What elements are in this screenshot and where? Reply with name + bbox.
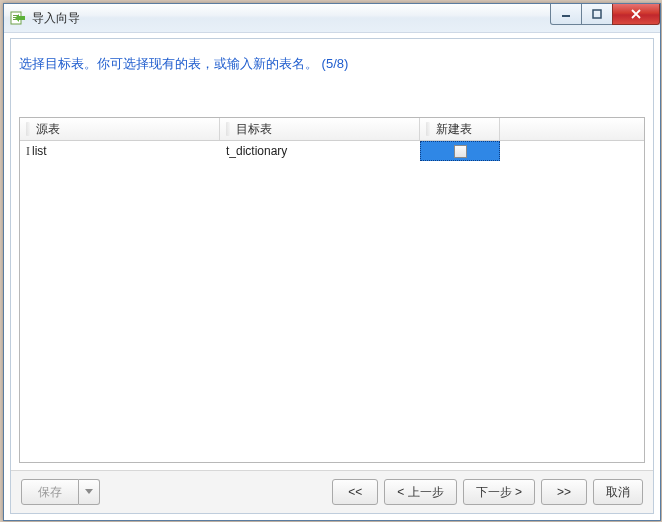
window-controls bbox=[551, 4, 660, 24]
save-split-button: 保存 bbox=[21, 479, 100, 505]
wizard-footer: 保存 << < 上一步 下一步 > >> 取消 bbox=[11, 470, 653, 513]
maximize-button[interactable] bbox=[581, 4, 613, 25]
first-button[interactable]: << bbox=[332, 479, 378, 505]
prev-button[interactable]: < 上一步 bbox=[384, 479, 456, 505]
save-button[interactable]: 保存 bbox=[21, 479, 79, 505]
mapping-table: 源表 目标表 新建表 I list t_dictionary bbox=[19, 117, 645, 463]
window-title: 导入向导 bbox=[32, 10, 80, 27]
cell-source[interactable]: I list bbox=[20, 141, 220, 161]
cell-new[interactable] bbox=[420, 141, 500, 161]
new-table-checkbox[interactable] bbox=[454, 145, 467, 158]
client-area: 选择目标表。你可选择现有的表，或输入新的表名。 (5/8) 源表 目标表 新建表… bbox=[10, 38, 654, 514]
chevron-down-icon bbox=[85, 489, 93, 495]
table-header: 源表 目标表 新建表 bbox=[20, 118, 644, 141]
target-value: t_dictionary bbox=[226, 144, 287, 158]
header-new[interactable]: 新建表 bbox=[420, 118, 500, 140]
titlebar: 导入向导 bbox=[4, 4, 660, 33]
new-checkbox-cell bbox=[420, 141, 500, 161]
close-button[interactable] bbox=[612, 4, 660, 25]
minimize-button[interactable] bbox=[550, 4, 582, 25]
row-cursor-icon: I bbox=[26, 144, 30, 159]
import-wizard-window: 导入向导 选择目标表。你可选择现有的表，或输入新的表名。 (5/8) 源表 目标… bbox=[3, 3, 661, 521]
instruction-text: 选择目标表。你可选择现有的表，或输入新的表名。 (5/8) bbox=[11, 39, 653, 73]
table-row[interactable]: I list t_dictionary bbox=[20, 141, 644, 161]
svg-rect-6 bbox=[593, 10, 601, 18]
source-value: list bbox=[32, 144, 47, 158]
cancel-button[interactable]: 取消 bbox=[593, 479, 643, 505]
svg-rect-5 bbox=[562, 15, 570, 17]
app-icon bbox=[10, 10, 26, 26]
header-target[interactable]: 目标表 bbox=[220, 118, 420, 140]
svg-marker-7 bbox=[85, 489, 93, 494]
last-button[interactable]: >> bbox=[541, 479, 587, 505]
cell-target[interactable]: t_dictionary bbox=[220, 141, 420, 161]
header-source[interactable]: 源表 bbox=[20, 118, 220, 140]
save-dropdown-button[interactable] bbox=[79, 479, 100, 505]
next-button[interactable]: 下一步 > bbox=[463, 479, 535, 505]
table-body: I list t_dictionary bbox=[20, 141, 644, 463]
